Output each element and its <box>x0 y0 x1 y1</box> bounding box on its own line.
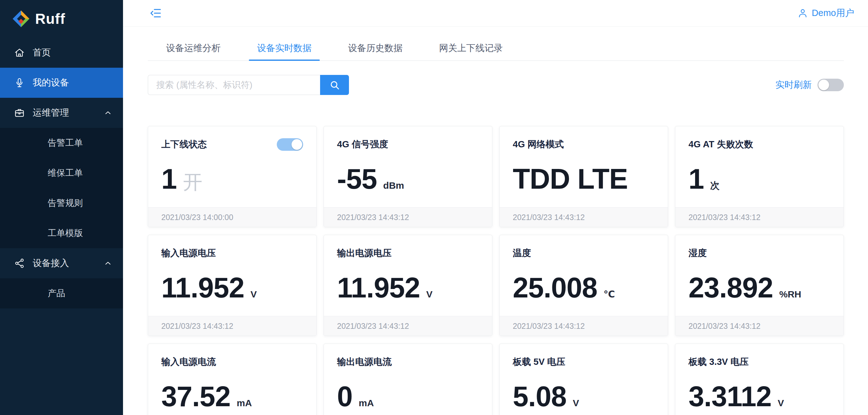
tab-device-history-data[interactable]: 设备历史数据 <box>330 35 421 61</box>
card-unit: V <box>426 289 432 300</box>
realtime-refresh-toggle[interactable] <box>817 79 844 91</box>
metric-card-grid: 上下线状态 1 开 2021/03/23 14:00:00 4G 信号强度 -5… <box>148 126 844 415</box>
metric-card-4g-network-mode: 4G 网络模式 TDD LTE 2021/03/23 14:43:12 <box>499 126 668 227</box>
sidebar-item-maintenance-workorder[interactable]: 维保工单 <box>0 158 123 188</box>
tab-device-realtime-data[interactable]: 设备实时数据 <box>239 35 330 61</box>
sidebar: Ruff 首页 我的设备 <box>0 0 123 415</box>
tab-bar: 设备运维分析 设备实时数据 设备历史数据 网关上下线记录 <box>148 35 844 61</box>
card-timestamp: 2021/03/23 14:00:00 <box>148 207 316 227</box>
card-title: 4G AT 失败次数 <box>688 138 753 151</box>
main-area: Demo用户 设备运维分析 设备实时数据 设备历史数据 网关上下线记录 <box>123 0 868 415</box>
card-timestamp: 2021/03/23 14:43:12 <box>675 316 843 336</box>
card-value: 11.952 <box>337 272 420 304</box>
metric-card-input-voltage: 输入电源电压 11.952 V 2021/03/23 14:43:12 <box>148 235 317 336</box>
metric-card-humidity: 湿度 23.892 %RH 2021/03/23 14:43:12 <box>675 235 844 336</box>
card-title: 输入电源电流 <box>161 356 216 368</box>
card-title: 板载 3.3V 电压 <box>688 356 749 368</box>
home-icon <box>14 47 25 58</box>
card-value: 1 <box>161 163 177 195</box>
card-unit: mA <box>237 398 252 408</box>
card-value: 5.08 <box>513 381 566 413</box>
card-title: 输出电源电压 <box>337 247 392 260</box>
sidebar-item-product[interactable]: 产品 <box>0 278 123 308</box>
user-icon <box>797 8 808 19</box>
card-unit: mA <box>359 398 374 408</box>
card-value: TDD LTE <box>513 163 628 195</box>
metric-card-output-current: 输出电源电流 0 mA <box>323 344 492 415</box>
card-value: 0 <box>337 381 352 413</box>
search-button[interactable] <box>320 75 349 95</box>
card-title: 湿度 <box>688 247 707 260</box>
card-unit: V <box>250 289 257 300</box>
tab-device-ops-analysis[interactable]: 设备运维分析 <box>148 35 239 61</box>
card-value: 37.52 <box>161 381 230 413</box>
search-icon <box>329 79 340 91</box>
card-unit: 次 <box>710 179 719 192</box>
menu-fold-icon <box>149 7 162 20</box>
toolbar: 实时刷新 <box>148 75 844 95</box>
realtime-refresh-control: 实时刷新 <box>775 79 844 91</box>
card-timestamp: 2021/03/23 14:43:12 <box>324 316 492 336</box>
user-menu[interactable]: Demo用户 <box>797 7 854 20</box>
online-status-toggle[interactable] <box>277 138 303 151</box>
chevron-up-icon <box>103 108 112 117</box>
card-timestamp: 2021/03/23 14:43:12 <box>324 207 492 227</box>
card-title: 上下线状态 <box>161 138 207 151</box>
realtime-refresh-label: 实时刷新 <box>775 79 812 91</box>
search-box <box>148 75 349 95</box>
user-name: Demo用户 <box>812 7 854 20</box>
card-value: 23.892 <box>688 272 773 304</box>
card-unit: 开 <box>183 169 203 195</box>
metric-card-onboard-3v3: 板载 3.3V 电压 3.3112 V <box>675 344 844 415</box>
sidebar-nav: 首页 我的设备 运维管理 <box>0 38 123 415</box>
card-title: 4G 信号强度 <box>337 138 388 151</box>
topbar: Demo用户 <box>123 0 868 27</box>
tab-gateway-online-records[interactable]: 网关上下线记录 <box>421 35 521 61</box>
sidebar-item-alert-workorder[interactable]: 告警工单 <box>0 128 123 158</box>
metric-card-online-status: 上下线状态 1 开 2021/03/23 14:00:00 <box>148 126 317 227</box>
ruff-logo-icon <box>12 10 30 28</box>
collapse-sidebar-button[interactable] <box>149 6 162 20</box>
metric-card-temperature: 温度 25.008 ℃ 2021/03/23 14:43:12 <box>499 235 668 336</box>
card-value: 25.008 <box>513 272 597 304</box>
card-timestamp: 2021/03/23 14:43:12 <box>500 207 668 227</box>
metric-card-4g-signal: 4G 信号强度 -55 dBm 2021/03/23 14:43:12 <box>323 126 492 227</box>
sidebar-item-my-devices[interactable]: 我的设备 <box>0 68 123 98</box>
card-value: -55 <box>337 163 377 195</box>
card-title: 板载 5V 电压 <box>513 356 565 368</box>
card-timestamp: 2021/03/23 14:43:12 <box>500 316 668 336</box>
card-title: 4G 网络模式 <box>513 138 564 151</box>
metric-card-output-voltage: 输出电源电压 11.952 V 2021/03/23 14:43:12 <box>323 235 492 336</box>
card-title: 温度 <box>513 247 531 260</box>
card-unit: ℃ <box>603 289 615 300</box>
chevron-up-icon <box>103 259 112 268</box>
card-timestamp: 2021/03/23 14:43:12 <box>675 207 843 227</box>
ops-management-icon <box>14 107 25 118</box>
card-unit: V <box>573 398 579 408</box>
card-value: 1 <box>688 163 704 195</box>
device-access-icon <box>14 258 25 269</box>
sidebar-group-ops-management[interactable]: 运维管理 <box>0 98 123 128</box>
sidebar-item-alert-rules[interactable]: 告警规则 <box>0 188 123 218</box>
card-title: 输出电源电流 <box>337 356 392 368</box>
metric-card-input-current: 输入电源电流 37.52 mA <box>148 344 317 415</box>
search-input[interactable] <box>148 75 320 95</box>
card-value: 3.3112 <box>688 381 771 413</box>
card-unit: dBm <box>383 180 404 191</box>
metric-card-onboard-5v: 板载 5V 电压 5.08 V <box>499 344 668 415</box>
sidebar-group-device-access[interactable]: 设备接入 <box>0 248 123 278</box>
device-icon <box>14 77 25 89</box>
toggle-knob <box>818 80 829 90</box>
brand-name: Ruff <box>35 10 65 27</box>
sidebar-item-home[interactable]: 首页 <box>0 38 123 68</box>
sidebar-item-workorder-template[interactable]: 工单模版 <box>0 218 123 248</box>
card-unit: %RH <box>779 289 801 300</box>
card-value: 11.952 <box>161 272 244 304</box>
app-window: Ruff 首页 我的设备 <box>0 0 868 415</box>
toggle-knob <box>291 139 302 150</box>
metric-card-4g-at-failures: 4G AT 失败次数 1 次 2021/03/23 14:43:12 <box>675 126 844 227</box>
brand-logo: Ruff <box>0 0 123 38</box>
page-content: 设备运维分析 设备实时数据 设备历史数据 网关上下线记录 实时刷新 <box>123 27 868 415</box>
card-timestamp: 2021/03/23 14:43:12 <box>148 316 316 336</box>
card-title: 输入电源电压 <box>161 247 216 260</box>
